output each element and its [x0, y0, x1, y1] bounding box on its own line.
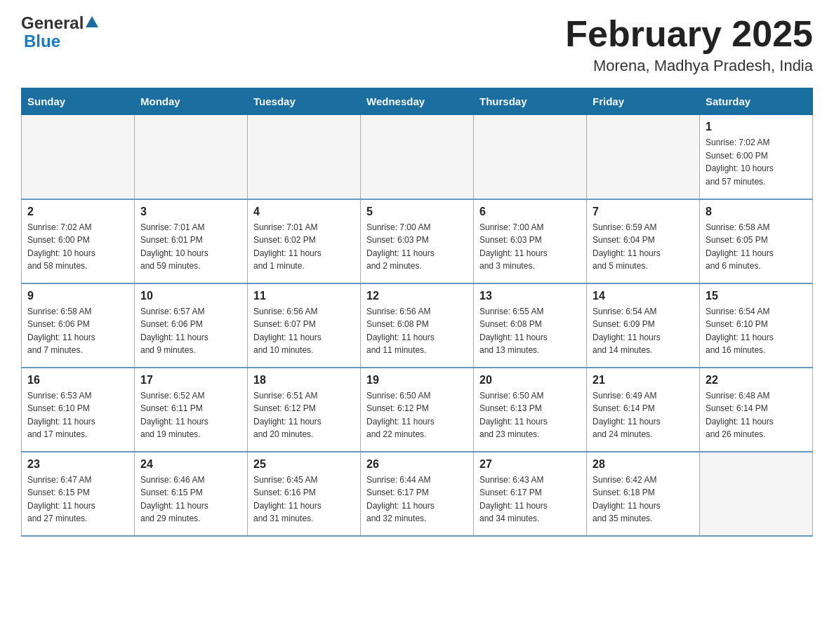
- day-number: 21: [593, 374, 694, 387]
- calendar-day-cell: 4Sunrise: 7:01 AM Sunset: 6:02 PM Daylig…: [248, 199, 361, 283]
- logo-general-text: General: [21, 14, 84, 32]
- calendar-day-cell: 13Sunrise: 6:55 AM Sunset: 6:08 PM Dayli…: [474, 283, 587, 368]
- calendar-week-row: 16Sunrise: 6:53 AM Sunset: 6:10 PM Dayli…: [22, 368, 813, 452]
- day-info: Sunrise: 6:52 AM Sunset: 6:11 PM Dayligh…: [140, 389, 241, 441]
- header-thursday: Thursday: [474, 88, 587, 115]
- title-area: February 2025 Morena, Madhya Pradesh, In…: [565, 14, 813, 75]
- day-number: 7: [593, 206, 694, 218]
- logo: General Blue: [21, 14, 98, 51]
- day-info: Sunrise: 7:00 AM Sunset: 6:03 PM Dayligh…: [366, 221, 468, 273]
- day-number: 2: [27, 206, 128, 218]
- day-info: Sunrise: 7:01 AM Sunset: 6:02 PM Dayligh…: [253, 221, 355, 273]
- day-number: 26: [366, 458, 468, 471]
- day-number: 17: [140, 374, 241, 387]
- day-number: 24: [140, 458, 241, 471]
- calendar-day-cell: 3Sunrise: 7:01 AM Sunset: 6:01 PM Daylig…: [135, 199, 248, 283]
- header-saturday: Saturday: [700, 88, 813, 115]
- day-info: Sunrise: 6:44 AM Sunset: 6:17 PM Dayligh…: [366, 474, 468, 525]
- day-number: 23: [27, 458, 128, 471]
- day-number: 4: [253, 206, 355, 218]
- calendar-title: February 2025: [565, 14, 813, 54]
- calendar-day-cell: 20Sunrise: 6:50 AM Sunset: 6:13 PM Dayli…: [474, 368, 587, 452]
- header-monday: Monday: [135, 88, 248, 115]
- day-info: Sunrise: 7:00 AM Sunset: 6:03 PM Dayligh…: [479, 221, 581, 273]
- calendar-week-row: 1Sunrise: 7:02 AM Sunset: 6:00 PM Daylig…: [22, 115, 813, 199]
- calendar-day-cell: [248, 115, 361, 199]
- calendar-week-row: 9Sunrise: 6:58 AM Sunset: 6:06 PM Daylig…: [22, 283, 813, 368]
- day-info: Sunrise: 7:01 AM Sunset: 6:01 PM Dayligh…: [140, 221, 241, 273]
- calendar-day-cell: 2Sunrise: 7:02 AM Sunset: 6:00 PM Daylig…: [22, 199, 135, 283]
- day-number: 16: [27, 374, 128, 387]
- calendar-day-cell: 12Sunrise: 6:56 AM Sunset: 6:08 PM Dayli…: [361, 283, 474, 368]
- day-info: Sunrise: 6:49 AM Sunset: 6:14 PM Dayligh…: [593, 389, 694, 441]
- calendar-table: Sunday Monday Tuesday Wednesday Thursday…: [21, 88, 813, 537]
- calendar-day-cell: 19Sunrise: 6:50 AM Sunset: 6:12 PM Dayli…: [361, 368, 474, 452]
- day-info: Sunrise: 6:59 AM Sunset: 6:04 PM Dayligh…: [593, 221, 694, 273]
- day-number: 19: [366, 374, 468, 387]
- calendar-day-cell: 6Sunrise: 7:00 AM Sunset: 6:03 PM Daylig…: [474, 199, 587, 283]
- calendar-day-cell: 21Sunrise: 6:49 AM Sunset: 6:14 PM Dayli…: [587, 368, 700, 452]
- calendar-day-cell: [135, 115, 248, 199]
- day-number: 20: [479, 374, 581, 387]
- header-friday: Friday: [587, 88, 700, 115]
- calendar-day-cell: [361, 115, 474, 199]
- day-number: 27: [479, 458, 581, 471]
- day-number: 18: [253, 374, 355, 387]
- calendar-week-row: 23Sunrise: 6:47 AM Sunset: 6:15 PM Dayli…: [22, 452, 813, 536]
- header-sunday: Sunday: [22, 88, 135, 115]
- day-info: Sunrise: 6:56 AM Sunset: 6:08 PM Dayligh…: [366, 305, 468, 357]
- day-number: 6: [479, 206, 581, 218]
- calendar-day-cell: 24Sunrise: 6:46 AM Sunset: 6:15 PM Dayli…: [135, 452, 248, 536]
- calendar-day-cell: 27Sunrise: 6:43 AM Sunset: 6:17 PM Dayli…: [474, 452, 587, 536]
- day-number: 3: [140, 206, 241, 218]
- day-info: Sunrise: 6:51 AM Sunset: 6:12 PM Dayligh…: [253, 389, 355, 441]
- day-info: Sunrise: 6:58 AM Sunset: 6:06 PM Dayligh…: [27, 305, 128, 357]
- page-header: General Blue February 2025 Morena, Madhy…: [21, 14, 813, 75]
- calendar-day-cell: [474, 115, 587, 199]
- day-info: Sunrise: 6:54 AM Sunset: 6:10 PM Dayligh…: [706, 305, 807, 357]
- day-number: 28: [593, 458, 694, 471]
- calendar-week-row: 2Sunrise: 7:02 AM Sunset: 6:00 PM Daylig…: [22, 199, 813, 283]
- calendar-day-cell: 26Sunrise: 6:44 AM Sunset: 6:17 PM Dayli…: [361, 452, 474, 536]
- calendar-day-cell: 9Sunrise: 6:58 AM Sunset: 6:06 PM Daylig…: [22, 283, 135, 368]
- day-info: Sunrise: 6:55 AM Sunset: 6:08 PM Dayligh…: [479, 305, 581, 357]
- calendar-day-cell: 16Sunrise: 6:53 AM Sunset: 6:10 PM Dayli…: [22, 368, 135, 452]
- day-info: Sunrise: 6:42 AM Sunset: 6:18 PM Dayligh…: [593, 474, 694, 525]
- day-number: 14: [593, 290, 694, 302]
- calendar-day-cell: 7Sunrise: 6:59 AM Sunset: 6:04 PM Daylig…: [587, 199, 700, 283]
- day-info: Sunrise: 6:46 AM Sunset: 6:15 PM Dayligh…: [140, 474, 241, 525]
- day-info: Sunrise: 6:50 AM Sunset: 6:12 PM Dayligh…: [366, 389, 468, 441]
- day-info: Sunrise: 6:47 AM Sunset: 6:15 PM Dayligh…: [27, 474, 128, 525]
- calendar-day-cell: 22Sunrise: 6:48 AM Sunset: 6:14 PM Dayli…: [700, 368, 813, 452]
- day-number: 8: [706, 206, 807, 218]
- calendar-day-cell: 18Sunrise: 6:51 AM Sunset: 6:12 PM Dayli…: [248, 368, 361, 452]
- day-number: 10: [140, 290, 241, 302]
- header-wednesday: Wednesday: [361, 88, 474, 115]
- day-number: 22: [706, 374, 807, 387]
- calendar-day-cell: 23Sunrise: 6:47 AM Sunset: 6:15 PM Dayli…: [22, 452, 135, 536]
- calendar-day-cell: 5Sunrise: 7:00 AM Sunset: 6:03 PM Daylig…: [361, 199, 474, 283]
- day-info: Sunrise: 6:54 AM Sunset: 6:09 PM Dayligh…: [593, 305, 694, 357]
- calendar-day-cell: 15Sunrise: 6:54 AM Sunset: 6:10 PM Dayli…: [700, 283, 813, 368]
- day-info: Sunrise: 6:57 AM Sunset: 6:06 PM Dayligh…: [140, 305, 241, 357]
- logo-triangle-icon: [86, 16, 98, 27]
- day-info: Sunrise: 7:02 AM Sunset: 6:00 PM Dayligh…: [706, 136, 807, 188]
- calendar-day-cell: [22, 115, 135, 199]
- calendar-day-cell: 8Sunrise: 6:58 AM Sunset: 6:05 PM Daylig…: [700, 199, 813, 283]
- day-number: 11: [253, 290, 355, 302]
- calendar-day-cell: [587, 115, 700, 199]
- day-info: Sunrise: 6:45 AM Sunset: 6:16 PM Dayligh…: [253, 474, 355, 525]
- calendar-day-cell: 17Sunrise: 6:52 AM Sunset: 6:11 PM Dayli…: [135, 368, 248, 452]
- day-info: Sunrise: 6:53 AM Sunset: 6:10 PM Dayligh…: [27, 389, 128, 441]
- day-number: 9: [27, 290, 128, 302]
- day-info: Sunrise: 7:02 AM Sunset: 6:00 PM Dayligh…: [27, 221, 128, 273]
- day-info: Sunrise: 6:48 AM Sunset: 6:14 PM Dayligh…: [706, 389, 807, 441]
- day-info: Sunrise: 6:58 AM Sunset: 6:05 PM Dayligh…: [706, 221, 807, 273]
- calendar-day-cell: 28Sunrise: 6:42 AM Sunset: 6:18 PM Dayli…: [587, 452, 700, 536]
- calendar-day-cell: 11Sunrise: 6:56 AM Sunset: 6:07 PM Dayli…: [248, 283, 361, 368]
- calendar-subtitle: Morena, Madhya Pradesh, India: [565, 57, 813, 75]
- day-number: 5: [366, 206, 468, 218]
- day-number: 13: [479, 290, 581, 302]
- calendar-day-cell: 1Sunrise: 7:02 AM Sunset: 6:00 PM Daylig…: [700, 115, 813, 199]
- day-info: Sunrise: 6:50 AM Sunset: 6:13 PM Dayligh…: [479, 389, 581, 441]
